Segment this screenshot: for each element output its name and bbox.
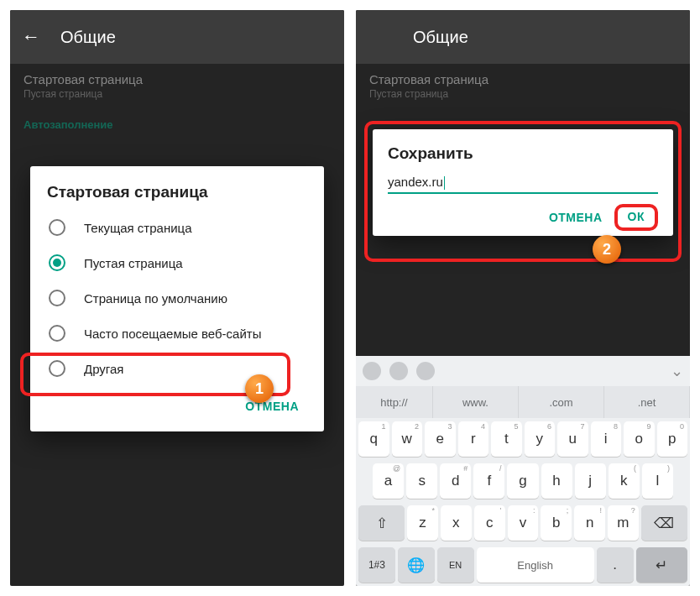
option-3[interactable]: Часто посещаемые веб-сайты — [37, 316, 317, 351]
key-c[interactable]: c' — [474, 505, 505, 541]
key-g[interactable]: g — [507, 463, 538, 499]
key-y[interactable]: y6 — [525, 421, 556, 457]
key-o[interactable]: o9 — [624, 421, 655, 457]
kb-theme-icon[interactable] — [389, 362, 408, 380]
dialog-title: Стартовая страница — [37, 183, 317, 210]
key-i[interactable]: i8 — [591, 421, 622, 457]
suggestion[interactable]: .net — [604, 386, 690, 418]
option-label: Пустая страница — [84, 256, 183, 270]
key-a[interactable]: a@ — [373, 463, 404, 499]
start-page-dialog: Стартовая страница Текущая страницаПуста… — [30, 166, 324, 431]
annotation-ok-highlight: ОК — [614, 204, 658, 231]
option-label: Часто посещаемые веб-сайты — [84, 327, 261, 341]
option-label: Страница по умолчанию — [84, 291, 227, 306]
option-label: Другая — [84, 362, 123, 376]
suggestion[interactable]: www. — [433, 386, 519, 418]
keyboard: ⌄ http://www..com.net q1w2e3r4t5y6u7i8o9… — [356, 356, 690, 586]
suggestion[interactable]: .com — [519, 386, 604, 418]
radio-icon — [49, 254, 65, 271]
key-d[interactable]: d# — [440, 463, 471, 499]
option-0[interactable]: Текущая страница — [37, 210, 317, 245]
key-w[interactable]: w2 — [392, 421, 423, 457]
option-label: Текущая страница — [84, 221, 192, 235]
url-text[interactable]: yandex.ru — [388, 175, 443, 189]
dot-key[interactable]: . — [597, 547, 634, 583]
key-q[interactable]: q1 — [358, 421, 389, 457]
option-4[interactable]: Другая — [37, 351, 317, 386]
toolbar: ← Общие — [10, 10, 344, 64]
enter-key[interactable]: ↵ — [636, 547, 687, 583]
kb-row-2: a@sd#f/ghjk(l) — [356, 460, 690, 502]
key-j[interactable]: j — [575, 463, 606, 499]
phone-right: Общие Стартовая страница Пустая страница… — [356, 10, 690, 586]
key-f[interactable]: f/ — [473, 463, 504, 499]
annotation-callout-2: 2 — [593, 235, 621, 264]
kb-row-3: ⇧ z*xc'v:b;n!m? ⌫ — [356, 502, 690, 544]
key-t[interactable]: t5 — [491, 421, 522, 457]
key-b[interactable]: b; — [541, 505, 572, 541]
kb-row-4: 1#3 🌐 EN English . ↵ — [356, 544, 690, 586]
key-p[interactable]: p0 — [657, 421, 688, 457]
radio-icon — [49, 219, 65, 236]
kb-clip-icon[interactable] — [416, 362, 435, 380]
backspace-key[interactable]: ⌫ — [641, 505, 687, 541]
ok-button[interactable]: ОК — [623, 207, 650, 227]
key-s[interactable]: s — [406, 463, 437, 499]
phone-left: ← Общие Стартовая страница Пустая страни… — [10, 10, 344, 586]
dialog-actions: ОТМЕНА ОК — [388, 194, 658, 231]
key-r[interactable]: r4 — [458, 421, 489, 457]
shift-key[interactable]: ⇧ — [358, 505, 405, 541]
key-k[interactable]: k( — [609, 463, 640, 499]
keyboard-toolbar: ⌄ — [356, 356, 690, 386]
keyboard-suggestions: http://www..com.net — [356, 386, 690, 418]
lang-key[interactable]: EN — [437, 547, 474, 583]
toolbar-title: Общие — [60, 28, 116, 47]
option-2[interactable]: Страница по умолчанию — [37, 280, 317, 316]
text-cursor — [444, 176, 445, 190]
dialog-title: Сохранить — [388, 144, 658, 163]
globe-key[interactable]: 🌐 — [398, 547, 435, 583]
back-icon[interactable]: ← — [22, 26, 40, 48]
key-n[interactable]: n! — [574, 505, 605, 541]
option-1[interactable]: Пустая страница — [37, 245, 317, 280]
kb-collapse-icon[interactable]: ⌄ — [671, 362, 683, 380]
key-v[interactable]: v: — [508, 505, 539, 541]
dialog-actions: ОТМЕНА — [37, 386, 317, 423]
key-l[interactable]: l) — [642, 463, 673, 499]
key-m[interactable]: m? — [608, 505, 639, 541]
radio-icon — [49, 325, 65, 342]
radio-icon — [49, 360, 65, 377]
save-dialog: Сохранить yandex.ru ОТМЕНА ОК — [373, 129, 673, 236]
annotation-callout-1: 1 — [245, 374, 274, 403]
key-x[interactable]: x — [441, 505, 472, 541]
toolbar: Общие — [356, 10, 690, 64]
toolbar-title: Общие — [413, 28, 468, 47]
key-h[interactable]: h — [541, 463, 572, 499]
cancel-button[interactable]: ОТМЕНА — [541, 204, 611, 231]
url-field-wrap: yandex.ru — [388, 175, 658, 194]
numsym-key[interactable]: 1#3 — [358, 547, 395, 583]
kb-row-1: q1w2e3r4t5y6u7i8o9p0 — [356, 418, 690, 460]
radio-icon — [49, 290, 65, 306]
key-e[interactable]: e3 — [425, 421, 456, 457]
key-z[interactable]: z* — [407, 505, 438, 541]
suggestion[interactable]: http:// — [356, 386, 433, 418]
space-key[interactable]: English — [477, 547, 594, 583]
key-u[interactable]: u7 — [557, 421, 588, 457]
kb-settings-icon[interactable] — [363, 362, 381, 380]
